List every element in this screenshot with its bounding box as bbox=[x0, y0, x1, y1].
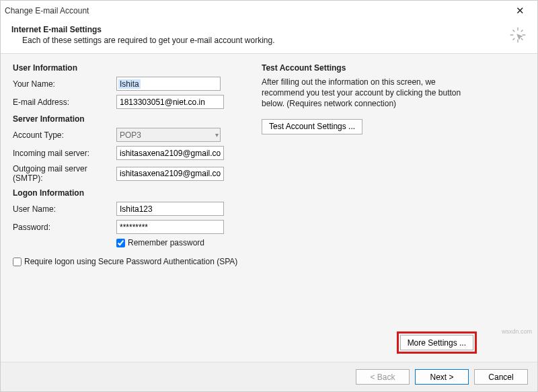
content-area: User Information Your Name: Ishita E-mai… bbox=[1, 54, 537, 362]
user-info-heading: User Information bbox=[13, 63, 241, 73]
username-input[interactable] bbox=[116, 202, 224, 216]
outgoing-label: Outgoing mail server (SMTP): bbox=[13, 164, 116, 183]
email-input[interactable] bbox=[116, 95, 224, 109]
dialog-window: Change E-mail Account ✕ Internet E-mail … bbox=[0, 0, 538, 392]
header-text: Internet E-mail Settings Each of these s… bbox=[11, 25, 500, 45]
username-label: User Name: bbox=[13, 204, 116, 214]
next-button[interactable]: Next > bbox=[415, 369, 469, 385]
remember-password-label: Remember password bbox=[128, 238, 204, 247]
account-type-select: POP3 ▾ bbox=[116, 128, 221, 142]
email-label: E-mail Address: bbox=[13, 97, 116, 107]
spa-checkbox[interactable] bbox=[13, 258, 22, 266]
your-name-input[interactable]: Ishita bbox=[116, 77, 221, 91]
close-icon: ✕ bbox=[516, 5, 525, 17]
outgoing-server-input[interactable] bbox=[116, 167, 224, 181]
remember-password-checkbox[interactable] bbox=[116, 239, 125, 247]
your-name-row: Your Name: Ishita bbox=[13, 77, 241, 91]
your-name-label: Your Name: bbox=[13, 79, 116, 89]
cancel-button[interactable]: Cancel bbox=[474, 369, 528, 385]
test-settings-description: After filling out the information on thi… bbox=[262, 77, 477, 110]
outgoing-row: Outgoing mail server (SMTP): bbox=[13, 164, 241, 183]
password-row: Password: bbox=[13, 220, 241, 234]
incoming-row: Incoming mail server: bbox=[13, 146, 241, 160]
close-button[interactable]: ✕ bbox=[508, 3, 532, 18]
header-subtitle: Each of these settings are required to g… bbox=[11, 36, 500, 45]
password-label: Password: bbox=[13, 223, 116, 232]
watermark: wsxdn.com bbox=[502, 328, 532, 335]
account-type-label: Account Type: bbox=[13, 130, 116, 140]
account-type-value: POP3 bbox=[120, 130, 141, 140]
spa-row: Require logon using Secure Password Auth… bbox=[13, 257, 241, 266]
username-row: User Name: bbox=[13, 202, 241, 216]
more-settings-highlight: More Settings ... bbox=[397, 331, 477, 354]
incoming-server-input[interactable] bbox=[116, 146, 224, 160]
right-column: Test Account Settings After filling out … bbox=[262, 63, 525, 356]
more-settings-button[interactable]: More Settings ... bbox=[400, 335, 473, 350]
left-column: User Information Your Name: Ishita E-mai… bbox=[13, 63, 241, 356]
titlebar: Change E-mail Account ✕ bbox=[1, 1, 537, 21]
your-name-value: Ishita bbox=[118, 79, 141, 89]
back-button: < Back bbox=[356, 369, 410, 385]
window-title: Change E-mail Account bbox=[5, 6, 89, 15]
header-title: Internet E-mail Settings bbox=[11, 25, 500, 34]
server-info-heading: Server Information bbox=[13, 114, 241, 124]
test-settings-heading: Test Account Settings bbox=[262, 63, 525, 73]
header: Internet E-mail Settings Each of these s… bbox=[1, 21, 537, 54]
test-account-settings-button[interactable]: Test Account Settings ... bbox=[262, 119, 362, 134]
remember-password-row: Remember password bbox=[116, 238, 241, 247]
email-row: E-mail Address: bbox=[13, 95, 241, 109]
spa-label: Require logon using Secure Password Auth… bbox=[24, 257, 237, 266]
chevron-down-icon: ▾ bbox=[215, 131, 219, 139]
logon-info-heading: Logon Information bbox=[13, 188, 241, 198]
password-input[interactable] bbox=[116, 220, 224, 234]
footer: < Back Next > Cancel bbox=[1, 362, 537, 391]
account-type-row: Account Type: POP3 ▾ bbox=[13, 128, 241, 142]
incoming-label: Incoming mail server: bbox=[13, 149, 116, 158]
cursor-icon bbox=[508, 25, 528, 45]
